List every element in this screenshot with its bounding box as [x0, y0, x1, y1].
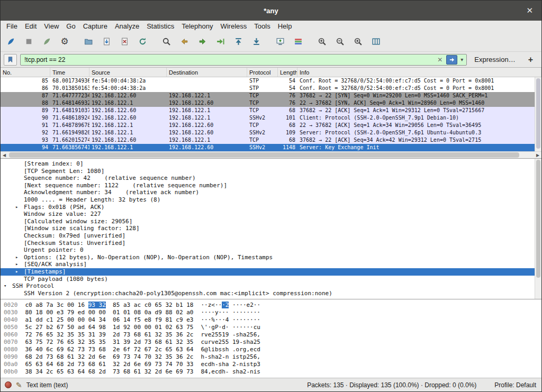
column-header[interactable]: Source — [89, 68, 167, 77]
hex-selected-bytes[interactable]: 93 32 — [88, 302, 106, 308]
filter-bookmark-button[interactable] — [4, 54, 17, 66]
tree-item[interactable]: ▸ [SEQ/ACK analysis] — [1, 261, 541, 268]
packet-row[interactable]: 89 71.648191037 192.168.122.60 192.168.1… — [1, 107, 541, 114]
stop-capture-button[interactable] — [21, 34, 37, 49]
go-back-button[interactable] — [176, 34, 192, 49]
zoom-in-button[interactable] — [314, 34, 330, 49]
hex-row[interactable]: 00b0 38 34 2c 65 63 64 68 2d 73 68 61 32… — [4, 368, 541, 376]
menu-item[interactable]: Capture — [79, 21, 111, 31]
zoom-100-button[interactable] — [350, 34, 366, 49]
hex-row[interactable]: 0050 5c 27 b2 67 50 ad 64 98 1d 92 00 00… — [4, 324, 541, 331]
hex-selected-ascii[interactable]: ·2 — [222, 302, 229, 308]
tree-item[interactable]: Urgent pointer: 0 — [1, 247, 541, 254]
tree-item[interactable]: [Next sequence number: 1122 (relative se… — [1, 182, 541, 189]
menu-item[interactable]: Help — [274, 21, 296, 31]
go-first-button[interactable] — [230, 34, 246, 49]
expander-icon[interactable]: ▾ — [4, 282, 12, 290]
packet-row[interactable]: 85 68.001734936 fe:54:00:d4:38:2a STP 54… — [1, 77, 541, 85]
find-packet-button[interactable] — [158, 34, 174, 49]
scroll-left-icon[interactable]: ◀ — [1, 153, 8, 158]
packet-list-scrollbar[interactable] — [535, 77, 541, 151]
filter-dropdown-icon[interactable]: ▾ — [458, 57, 465, 62]
capture-options-button[interactable]: ⚙ — [57, 34, 73, 49]
packet-list-hscrollbar[interactable]: ◀ ▶ — [1, 151, 541, 158]
menu-item[interactable]: Wireless — [216, 21, 250, 31]
details-scrollbar[interactable] — [535, 159, 541, 299]
open-file-button[interactable] — [80, 34, 96, 49]
scrollbar-thumb[interactable] — [536, 160, 540, 278]
hex-row[interactable]: 0030 80 18 00 e3 79 ed 00 00 01 01 08 0a… — [4, 309, 541, 316]
expander-icon[interactable]: ▸ — [15, 254, 24, 261]
column-header[interactable]: Destination — [167, 68, 247, 77]
scroll-right-icon[interactable]: ▶ — [534, 153, 541, 158]
packet-row[interactable]: 88 71.648146932 192.168.122.1 192.168.12… — [1, 99, 541, 107]
tree-item[interactable]: ▸ Flags: 0x018 (PSH, ACK) — [1, 204, 541, 211]
packet-row[interactable]: 87 71.647777234 192.168.122.60 192.168.1… — [1, 92, 541, 99]
expert-info-icon[interactable] — [5, 381, 12, 388]
packet-row[interactable]: 94 71.663856741 192.168.122.1 192.168.12… — [1, 144, 541, 151]
tree-item[interactable]: ▸ Options: (12 bytes), No-Operation (NOP… — [1, 254, 541, 261]
menu-item[interactable]: Edit — [21, 21, 40, 31]
hex-row[interactable]: 00a0 65 63 64 68 2d 73 68 61 32 2d 6e 69… — [4, 361, 541, 368]
tree-item[interactable]: [Checksum Status: Unverified] — [1, 240, 541, 247]
expander-icon[interactable]: ▸ — [15, 261, 24, 268]
menu-item[interactable]: Telephony — [178, 21, 216, 31]
tree-item[interactable]: 1000 .... = Header Length: 32 bytes (8) — [1, 196, 541, 204]
status-profile[interactable]: Profile: Default — [494, 381, 536, 389]
filter-add-button[interactable]: + — [523, 55, 538, 65]
unsaved-pencil-icon[interactable]: ✎ — [16, 381, 22, 389]
colorize-button[interactable] — [290, 34, 306, 49]
titlebar[interactable]: *any ✕ — [1, 1, 541, 21]
column-header[interactable]: Info — [297, 68, 541, 77]
scrollbar-thumb[interactable] — [9, 152, 519, 158]
column-header[interactable]: Length — [278, 68, 297, 77]
menu-item[interactable]: Statistics — [143, 21, 178, 31]
menu-item[interactable]: File — [3, 21, 21, 31]
filter-apply-button[interactable] — [446, 55, 457, 65]
column-header[interactable]: Time — [50, 68, 89, 77]
reload-file-button[interactable] — [134, 34, 150, 49]
hex-row[interactable]: 0020 c0 a8 7a 3c 00 16 93 32 85 a3 ac c0… — [4, 302, 541, 309]
tree-item[interactable]: SSH Version 2 (encryption:chacha20-poly1… — [1, 290, 541, 297]
tree-item[interactable]: Checksum: 0x79ed [unverified] — [1, 232, 541, 240]
menu-item[interactable]: Analyze — [111, 21, 143, 31]
packet-row[interactable]: 86 70.013850163 fe:54:00:d4:38:2a STP 54… — [1, 85, 541, 92]
close-button[interactable]: ✕ — [522, 5, 537, 16]
hex-row[interactable]: 0070 63 75 72 76 65 32 35 35 31 39 2d 73… — [4, 339, 541, 346]
packet-row[interactable]: 90 71.648618924 192.168.122.60 192.168.1… — [1, 114, 541, 122]
filter-input[interactable]: !tcp.port == 22 ✕ ▾ — [20, 54, 467, 66]
tree-item[interactable]: Sequence number: 42 (relative sequence n… — [1, 175, 541, 182]
expander-icon[interactable]: ▸ — [15, 268, 24, 276]
go-to-packet-button[interactable] — [212, 34, 228, 49]
tree-item[interactable]: [TCP Segment Len: 1080] — [1, 168, 541, 175]
start-capture-button[interactable] — [3, 34, 19, 49]
packet-row[interactable]: 93 71.662015274 192.168.122.60 192.168.1… — [1, 136, 541, 144]
packet-row[interactable]: 91 71.648789678 192.168.122.1 192.168.12… — [1, 122, 541, 129]
filter-clear-icon[interactable]: ✕ — [435, 56, 445, 63]
close-file-button[interactable] — [116, 34, 132, 49]
tree-item[interactable]: [Window size scaling factor: 128] — [1, 225, 541, 232]
scrollbar-thumb[interactable] — [536, 78, 540, 149]
column-header[interactable]: Protocol — [247, 68, 278, 77]
packet-row[interactable]: 92 71.661949820 192.168.122.1 192.168.12… — [1, 129, 541, 136]
go-last-button[interactable] — [248, 34, 264, 49]
zoom-out-button[interactable] — [332, 34, 348, 49]
hex-row[interactable]: 0090 68 2d 73 68 61 32 2d 6e 69 73 74 70… — [4, 353, 541, 361]
expression-button[interactable]: Expression… — [470, 56, 519, 63]
menu-item[interactable]: Go — [62, 21, 79, 31]
hex-row[interactable]: 0060 72 76 65 32 35 35 31 39 2d 73 68 61… — [4, 331, 541, 339]
save-file-button[interactable] — [98, 34, 114, 49]
hex-row[interactable]: 0080 36 40 6c 69 62 73 73 68 2e 6f 72 67… — [4, 346, 541, 353]
menu-item[interactable]: View — [40, 21, 62, 31]
go-forward-button[interactable] — [194, 34, 210, 49]
column-header[interactable]: No. — [1, 68, 50, 77]
tree-item[interactable]: ▾ SSH Protocol — [1, 282, 541, 290]
hex-row[interactable]: 0040 a1 dd c1 25 00 00 04 34 06 14 f5 e8… — [4, 316, 541, 324]
restart-capture-button[interactable] — [39, 34, 55, 49]
resize-columns-button[interactable] — [368, 34, 384, 49]
expander-icon[interactable]: ▸ — [15, 204, 24, 211]
menu-item[interactable]: Tools — [250, 21, 274, 31]
tree-item[interactable]: [Calculated window size: 29056] — [1, 218, 541, 225]
hscroll-track[interactable] — [8, 152, 534, 158]
tree-item[interactable]: ▸ [Timestamps] — [1, 268, 541, 276]
